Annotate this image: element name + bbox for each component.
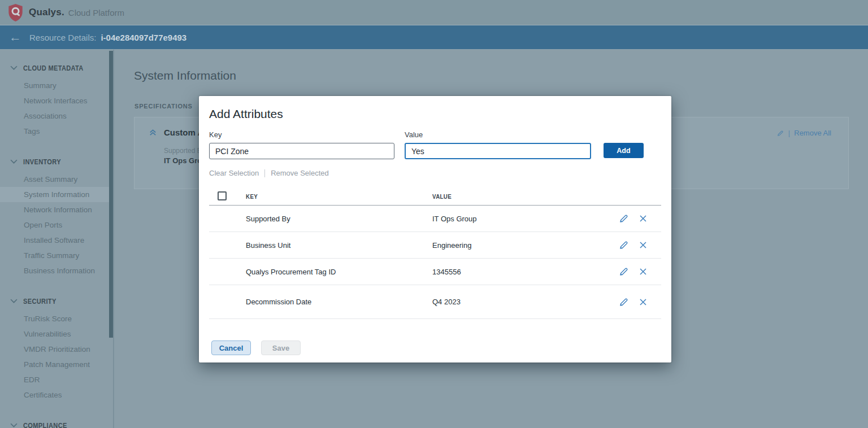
- delete-x-icon[interactable]: [637, 239, 649, 251]
- modal-title: Add Attributes: [209, 107, 661, 121]
- selection-actions: Clear Selection Remove Selected: [209, 169, 661, 177]
- sidebar-section-label: COMPLIANCE: [23, 421, 67, 428]
- edit-pencil-icon[interactable]: [618, 296, 630, 308]
- sidebar-section-inventory: INVENTORY Asset Summary System Informati…: [0, 156, 113, 278]
- sidebar-section-compliance: COMPLIANCE File Integrity Monitoring: [0, 420, 113, 428]
- row-value: Engineering: [432, 241, 610, 250]
- sidebar-section-label: CLOUD METADATA: [23, 64, 84, 72]
- row-value: 1345556: [432, 268, 610, 276]
- sidebar-item-vmdr-prioritization[interactable]: VMDR Prioritization: [0, 342, 113, 357]
- key-input[interactable]: [209, 143, 394, 159]
- delete-x-icon[interactable]: [637, 266, 649, 277]
- sidebar-section-cloud-metadata: CLOUD METADATA Summary Network Interface…: [0, 62, 113, 139]
- resource-id: i-04e284097d77e9493: [101, 33, 186, 42]
- collapse-panel-icon[interactable]: [149, 128, 157, 137]
- divider: [264, 169, 265, 177]
- delete-x-icon[interactable]: [637, 213, 649, 224]
- sidebar-section-label: SECURITY: [23, 297, 57, 305]
- sidebar-item-system-information[interactable]: System Information: [0, 187, 113, 202]
- chevron-down-icon: [10, 299, 18, 304]
- table-row: Business Unit Engineering: [209, 232, 661, 259]
- sidebar-item-edr[interactable]: EDR: [0, 372, 113, 387]
- row-key: Decommission Date: [246, 298, 432, 306]
- table-row: Qualys Procurement Tag ID 1345556: [209, 259, 661, 285]
- sidebar-item-network-interfaces[interactable]: Network Interfaces: [0, 93, 113, 108]
- sidebar-nav: CLOUD METADATA Summary Network Interface…: [0, 50, 114, 428]
- value-input[interactable]: [405, 143, 591, 159]
- qualys-logo-icon: [8, 4, 23, 21]
- save-button[interactable]: Save: [261, 340, 301, 355]
- clear-selection-link[interactable]: Clear Selection: [209, 169, 259, 177]
- sidebar-item-trurisk-score[interactable]: TruRisk Score: [0, 311, 113, 326]
- edit-pencil-icon[interactable]: [618, 239, 630, 251]
- row-value: Q4 2023: [432, 298, 610, 306]
- chevron-down-icon: [10, 423, 18, 428]
- sidebar-section-header-cloud-metadata[interactable]: CLOUD METADATA: [0, 62, 113, 73]
- table-row: Decommission Date Q4 2023: [209, 285, 661, 319]
- add-attributes-modal: Add Attributes Key Value Add Clear Selec…: [199, 96, 671, 363]
- attributes-table-header: KEY VALUE: [209, 189, 661, 206]
- add-button[interactable]: Add: [604, 143, 644, 158]
- remove-selected-link[interactable]: Remove Selected: [271, 169, 329, 177]
- product-name: Cloud Platform: [68, 8, 124, 18]
- cancel-button[interactable]: Cancel: [211, 340, 251, 355]
- delete-x-icon[interactable]: [637, 296, 649, 308]
- sidebar-item-network-information[interactable]: Network Information: [0, 202, 113, 217]
- table-row: Supported By IT Ops Group: [209, 206, 661, 232]
- remove-all-label: Remove All: [794, 129, 831, 137]
- sidebar-item-traffic-summary[interactable]: Traffic Summary: [0, 248, 113, 263]
- remove-all-action[interactable]: | Remove All: [776, 129, 831, 137]
- attribute-form: Key Value Add: [209, 130, 661, 159]
- attributes-table: KEY VALUE Supported By IT Ops Group Busi…: [209, 189, 661, 319]
- back-arrow-icon[interactable]: ←: [9, 31, 21, 43]
- sidebar-item-tags[interactable]: Tags: [0, 124, 113, 139]
- sidebar-scrollbar[interactable]: [109, 51, 113, 338]
- sidebar-item-business-information[interactable]: Business Information: [0, 263, 113, 278]
- sidebar-section-security: SECURITY TruRisk Score Vulnerabilities V…: [0, 295, 113, 403]
- sidebar-item-associations[interactable]: Associations: [0, 108, 113, 124]
- value-label: Value: [405, 130, 591, 139]
- divider: |: [788, 129, 790, 137]
- chevron-down-icon: [10, 159, 18, 164]
- row-key: Supported By: [246, 215, 432, 223]
- select-all-checkbox[interactable]: [218, 191, 227, 200]
- tab-specifications[interactable]: SPECIFICATIONS: [134, 103, 193, 110]
- value-column-header: VALUE: [432, 193, 452, 200]
- page-title: System Information: [134, 69, 236, 82]
- sidebar-item-certificates[interactable]: Certificates: [0, 387, 113, 403]
- sidebar-item-installed-software[interactable]: Installed Software: [0, 233, 113, 248]
- brand-name: Qualys.: [29, 7, 64, 18]
- row-key: Business Unit: [246, 241, 432, 250]
- row-key: Qualys Procurement Tag ID: [246, 268, 432, 276]
- resource-header-bar: ← Resource Details: i-04e284097d77e9493: [0, 25, 868, 50]
- sidebar-section-label: INVENTORY: [23, 158, 61, 166]
- key-column-header: KEY: [246, 193, 258, 200]
- row-value: IT Ops Group: [432, 215, 610, 223]
- top-brand-bar: Qualys. Cloud Platform: [0, 0, 868, 25]
- modal-footer: Cancel Save: [209, 340, 661, 355]
- edit-pencil-icon[interactable]: [618, 266, 630, 277]
- edit-pencil-icon[interactable]: [776, 129, 784, 137]
- sidebar-item-asset-summary[interactable]: Asset Summary: [0, 172, 113, 187]
- sidebar-section-header-inventory[interactable]: INVENTORY: [0, 156, 113, 167]
- sidebar-item-open-ports[interactable]: Open Ports: [0, 217, 113, 233]
- edit-pencil-icon[interactable]: [618, 213, 630, 224]
- sidebar-section-header-security[interactable]: SECURITY: [0, 295, 113, 307]
- sidebar-item-patch-management[interactable]: Patch Management: [0, 357, 113, 372]
- sidebar-item-vulnerabilities[interactable]: Vulnerabilities: [0, 326, 113, 342]
- key-label: Key: [209, 130, 394, 139]
- resource-details-label: Resource Details:: [29, 33, 96, 42]
- sidebar-item-summary[interactable]: Summary: [0, 78, 113, 93]
- chevron-down-icon: [10, 65, 18, 71]
- sidebar-section-header-compliance[interactable]: COMPLIANCE: [0, 420, 113, 428]
